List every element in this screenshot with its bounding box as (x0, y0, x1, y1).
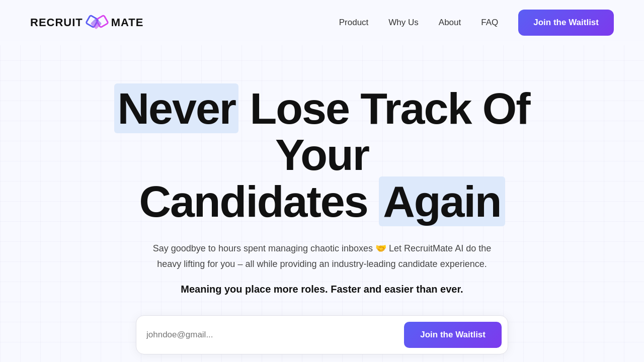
nav-link-about[interactable]: About (439, 18, 461, 28)
logo-text-mate: MATE (111, 16, 144, 29)
hero-section: Never Lose Track Of Your Candidates Agai… (0, 45, 644, 354)
nav-links: Product Why Us About FAQ Join the Waitli… (339, 10, 614, 36)
hero-subtext: Say goodbye to hours spent managing chao… (151, 241, 493, 272)
hero-bold-text: Meaning you place more roles. Faster and… (181, 284, 463, 295)
nav-link-why-us[interactable]: Why Us (388, 18, 419, 28)
nav-join-waitlist-button[interactable]: Join the Waitlist (518, 10, 614, 36)
hero-headline: Never Lose Track Of Your Candidates Agai… (96, 85, 548, 225)
logo: RECRUIT MATE (30, 10, 143, 36)
headline-highlight-again: Again (379, 176, 505, 226)
logo-text-recruit: RECRUIT (30, 16, 83, 29)
headline-highlight-never: Never (114, 83, 238, 133)
svg-rect-2 (90, 18, 102, 30)
logo-icon (84, 10, 110, 36)
nav-link-faq[interactable]: FAQ (481, 18, 498, 28)
navbar: RECRUIT MATE Product Why Us About (0, 0, 644, 45)
nav-link-product[interactable]: Product (339, 18, 369, 28)
email-form: Join the Waitlist (136, 315, 508, 354)
email-input[interactable] (146, 330, 398, 340)
headline-line1-text: Lose Track Of Your (238, 83, 529, 179)
form-join-waitlist-button[interactable]: Join the Waitlist (404, 322, 502, 348)
headline-line2-pre: Candidates (139, 176, 379, 226)
